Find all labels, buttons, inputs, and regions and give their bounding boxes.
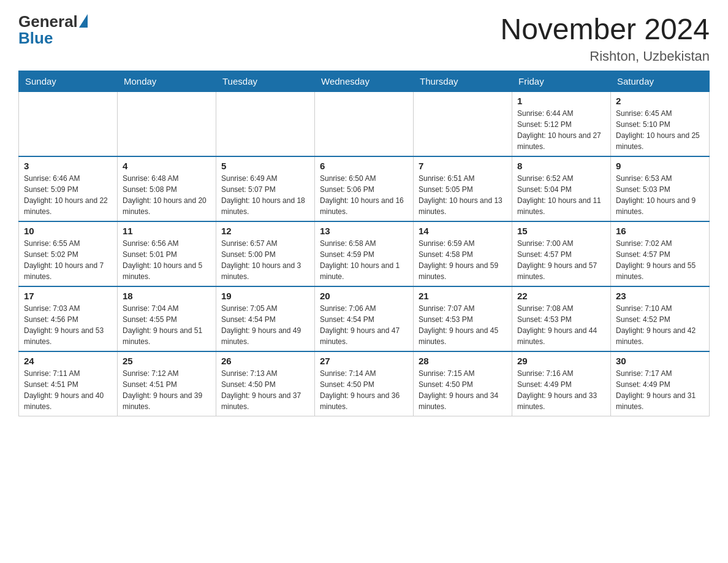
day-number: 29 <box>517 356 605 366</box>
calendar-cell: 10Sunrise: 6:55 AMSunset: 5:02 PMDayligh… <box>19 221 118 286</box>
day-info: Sunrise: 7:05 AMSunset: 4:54 PMDaylight:… <box>221 303 309 347</box>
day-header-wednesday: Wednesday <box>315 71 414 92</box>
day-number: 14 <box>419 226 507 236</box>
day-number: 20 <box>320 291 408 301</box>
day-info: Sunrise: 6:45 AMSunset: 5:10 PMDaylight:… <box>616 108 704 152</box>
calendar-cell: 24Sunrise: 7:11 AMSunset: 4:51 PMDayligh… <box>19 351 118 416</box>
calendar-cell: 29Sunrise: 7:16 AMSunset: 4:49 PMDayligh… <box>512 351 611 416</box>
day-info: Sunrise: 6:53 AMSunset: 5:03 PMDaylight:… <box>616 173 704 217</box>
day-info: Sunrise: 7:14 AMSunset: 4:50 PMDaylight:… <box>320 368 408 412</box>
calendar-cell: 3Sunrise: 6:46 AMSunset: 5:09 PMDaylight… <box>19 156 118 221</box>
main-title: November 2024 <box>500 12 710 46</box>
day-number: 18 <box>123 291 211 301</box>
day-info: Sunrise: 6:52 AMSunset: 5:04 PMDaylight:… <box>517 173 605 217</box>
day-number: 24 <box>24 356 112 366</box>
week-row-5: 24Sunrise: 7:11 AMSunset: 4:51 PMDayligh… <box>19 351 710 416</box>
day-number: 16 <box>616 226 704 236</box>
day-info: Sunrise: 7:13 AMSunset: 4:50 PMDaylight:… <box>221 368 309 412</box>
day-info: Sunrise: 6:58 AMSunset: 4:59 PMDaylight:… <box>320 238 408 282</box>
calendar-cell: 4Sunrise: 6:48 AMSunset: 5:08 PMDaylight… <box>118 156 216 221</box>
day-number: 4 <box>123 161 211 171</box>
calendar-cell: 20Sunrise: 7:06 AMSunset: 4:54 PMDayligh… <box>315 286 414 351</box>
calendar-cell: 28Sunrise: 7:15 AMSunset: 4:50 PMDayligh… <box>414 351 512 416</box>
day-number: 6 <box>320 161 408 171</box>
day-header-saturday: Saturday <box>611 71 710 92</box>
day-info: Sunrise: 7:04 AMSunset: 4:55 PMDaylight:… <box>123 303 211 347</box>
day-number: 11 <box>123 226 211 236</box>
day-number: 8 <box>517 161 605 171</box>
calendar-cell: 26Sunrise: 7:13 AMSunset: 4:50 PMDayligh… <box>216 351 315 416</box>
calendar-cell: 11Sunrise: 6:56 AMSunset: 5:01 PMDayligh… <box>118 221 216 286</box>
day-info: Sunrise: 7:08 AMSunset: 4:53 PMDaylight:… <box>517 303 605 347</box>
day-header-thursday: Thursday <box>414 71 512 92</box>
day-number: 26 <box>221 356 309 366</box>
logo: General Blue <box>18 12 88 48</box>
calendar-cell <box>19 92 118 157</box>
day-number: 30 <box>616 356 704 366</box>
day-info: Sunrise: 6:50 AMSunset: 5:06 PMDaylight:… <box>320 173 408 217</box>
day-info: Sunrise: 7:10 AMSunset: 4:52 PMDaylight:… <box>616 303 704 347</box>
day-header-sunday: Sunday <box>19 71 118 92</box>
day-info: Sunrise: 7:07 AMSunset: 4:53 PMDaylight:… <box>419 303 507 347</box>
calendar-cell: 16Sunrise: 7:02 AMSunset: 4:57 PMDayligh… <box>611 221 710 286</box>
day-info: Sunrise: 7:11 AMSunset: 4:51 PMDaylight:… <box>24 368 112 412</box>
calendar-cell <box>414 92 512 157</box>
calendar-cell: 9Sunrise: 6:53 AMSunset: 5:03 PMDaylight… <box>611 156 710 221</box>
title-block: November 2024 Rishton, Uzbekistan <box>500 12 710 64</box>
day-number: 25 <box>123 356 211 366</box>
day-info: Sunrise: 6:59 AMSunset: 4:58 PMDaylight:… <box>419 238 507 282</box>
day-info: Sunrise: 6:49 AMSunset: 5:07 PMDaylight:… <box>221 173 309 217</box>
day-number: 13 <box>320 226 408 236</box>
calendar-cell: 30Sunrise: 7:17 AMSunset: 4:49 PMDayligh… <box>611 351 710 416</box>
calendar-cell: 1Sunrise: 6:44 AMSunset: 5:12 PMDaylight… <box>512 92 611 157</box>
day-number: 1 <box>517 96 605 106</box>
day-number: 5 <box>221 161 309 171</box>
day-info: Sunrise: 6:55 AMSunset: 5:02 PMDaylight:… <box>24 238 112 282</box>
week-row-3: 10Sunrise: 6:55 AMSunset: 5:02 PMDayligh… <box>19 221 710 286</box>
calendar-table: SundayMondayTuesdayWednesdayThursdayFrid… <box>18 71 710 416</box>
day-info: Sunrise: 6:46 AMSunset: 5:09 PMDaylight:… <box>24 173 112 217</box>
day-info: Sunrise: 7:15 AMSunset: 4:50 PMDaylight:… <box>419 368 507 412</box>
logo-triangle-icon <box>79 14 88 28</box>
day-header-friday: Friday <box>512 71 611 92</box>
day-info: Sunrise: 7:12 AMSunset: 4:51 PMDaylight:… <box>123 368 211 412</box>
calendar-header-row: SundayMondayTuesdayWednesdayThursdayFrid… <box>19 71 710 92</box>
day-number: 22 <box>517 291 605 301</box>
calendar-cell: 19Sunrise: 7:05 AMSunset: 4:54 PMDayligh… <box>216 286 315 351</box>
calendar-cell: 25Sunrise: 7:12 AMSunset: 4:51 PMDayligh… <box>118 351 216 416</box>
calendar-cell: 8Sunrise: 6:52 AMSunset: 5:04 PMDaylight… <box>512 156 611 221</box>
calendar-cell: 23Sunrise: 7:10 AMSunset: 4:52 PMDayligh… <box>611 286 710 351</box>
calendar-cell: 22Sunrise: 7:08 AMSunset: 4:53 PMDayligh… <box>512 286 611 351</box>
day-number: 27 <box>320 356 408 366</box>
calendar-cell: 6Sunrise: 6:50 AMSunset: 5:06 PMDaylight… <box>315 156 414 221</box>
day-info: Sunrise: 6:44 AMSunset: 5:12 PMDaylight:… <box>517 108 605 152</box>
day-info: Sunrise: 6:57 AMSunset: 5:00 PMDaylight:… <box>221 238 309 282</box>
day-number: 15 <box>517 226 605 236</box>
day-info: Sunrise: 6:56 AMSunset: 5:01 PMDaylight:… <box>123 238 211 282</box>
week-row-1: 1Sunrise: 6:44 AMSunset: 5:12 PMDaylight… <box>19 92 710 157</box>
day-number: 9 <box>616 161 704 171</box>
week-row-2: 3Sunrise: 6:46 AMSunset: 5:09 PMDaylight… <box>19 156 710 221</box>
day-info: Sunrise: 7:17 AMSunset: 4:49 PMDaylight:… <box>616 368 704 412</box>
day-info: Sunrise: 6:51 AMSunset: 5:05 PMDaylight:… <box>419 173 507 217</box>
day-info: Sunrise: 7:06 AMSunset: 4:54 PMDaylight:… <box>320 303 408 347</box>
week-row-4: 17Sunrise: 7:03 AMSunset: 4:56 PMDayligh… <box>19 286 710 351</box>
calendar-cell <box>118 92 216 157</box>
day-number: 7 <box>419 161 507 171</box>
day-number: 21 <box>419 291 507 301</box>
day-number: 10 <box>24 226 112 236</box>
calendar-cell: 14Sunrise: 6:59 AMSunset: 4:58 PMDayligh… <box>414 221 512 286</box>
day-info: Sunrise: 7:03 AMSunset: 4:56 PMDaylight:… <box>24 303 112 347</box>
calendar-cell: 21Sunrise: 7:07 AMSunset: 4:53 PMDayligh… <box>414 286 512 351</box>
day-number: 2 <box>616 96 704 106</box>
calendar-cell: 12Sunrise: 6:57 AMSunset: 5:00 PMDayligh… <box>216 221 315 286</box>
day-info: Sunrise: 7:16 AMSunset: 4:49 PMDaylight:… <box>517 368 605 412</box>
location-subtitle: Rishton, Uzbekistan <box>500 48 710 64</box>
day-header-tuesday: Tuesday <box>216 71 315 92</box>
calendar-cell: 18Sunrise: 7:04 AMSunset: 4:55 PMDayligh… <box>118 286 216 351</box>
day-header-monday: Monday <box>118 71 216 92</box>
calendar-cell: 17Sunrise: 7:03 AMSunset: 4:56 PMDayligh… <box>19 286 118 351</box>
page-header: General Blue November 2024 Rishton, Uzbe… <box>18 12 710 64</box>
day-number: 12 <box>221 226 309 236</box>
day-number: 3 <box>24 161 112 171</box>
